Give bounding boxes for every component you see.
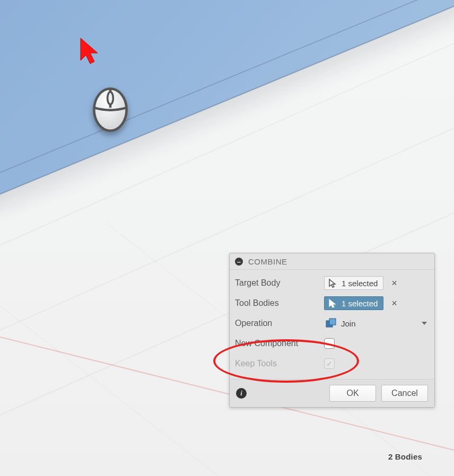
cursor-icon [328,298,337,308]
checkmark-icon: ✓ [326,359,333,368]
cancel-button[interactable]: Cancel [381,385,428,402]
target-body-selection-chip[interactable]: 1 selected [324,276,383,290]
label-operation: Operation [235,319,320,328]
operation-dropdown[interactable]: Join [324,316,429,330]
clear-tool-bodies[interactable]: × [389,298,399,308]
label-tool-bodies: Tool Bodies [235,298,320,308]
svg-marker-4 [329,279,335,287]
row-operation: Operation Join [235,313,429,333]
row-target-body: Target Body 1 selected × [235,273,429,293]
svg-marker-5 [329,299,335,307]
annotation-mouse-icon [86,85,134,133]
row-tool-bodies: Tool Bodies 1 selected × [235,293,429,313]
svg-rect-7 [329,319,336,325]
tool-bodies-selection-chip[interactable]: 1 selected [324,296,383,310]
tool-bodies-count: 1 selected [342,299,378,308]
keep-tools-checkbox: ✓ [324,358,335,369]
combine-dialog: – COMBINE Target Body 1 selected × Tool … [229,253,435,408]
join-icon [325,318,337,329]
collapse-icon[interactable]: – [235,258,243,266]
label-new-component: New Component [235,339,320,348]
ok-button[interactable]: OK [329,385,376,402]
operation-value: Join [341,319,356,328]
row-new-component: New Component [235,333,429,354]
label-keep-tools: Keep Tools [235,359,320,368]
new-component-checkbox[interactable] [324,338,335,349]
svg-point-3 [108,92,114,104]
cursor-icon [328,278,337,288]
solid-body[interactable] [0,0,454,207]
svg-marker-0 [81,38,98,64]
dialog-title: COMBINE [248,257,287,266]
info-icon[interactable]: i [236,388,247,399]
dialog-footer: i OK Cancel [230,379,434,407]
selection-status: 2 Bodies [388,452,422,461]
label-target-body: Target Body [235,278,320,288]
chevron-down-icon [422,322,427,325]
target-body-count: 1 selected [342,279,378,288]
dialog-header: – COMBINE [230,253,434,270]
clear-target-body[interactable]: × [389,278,399,288]
row-keep-tools: Keep Tools ✓ [235,354,429,374]
